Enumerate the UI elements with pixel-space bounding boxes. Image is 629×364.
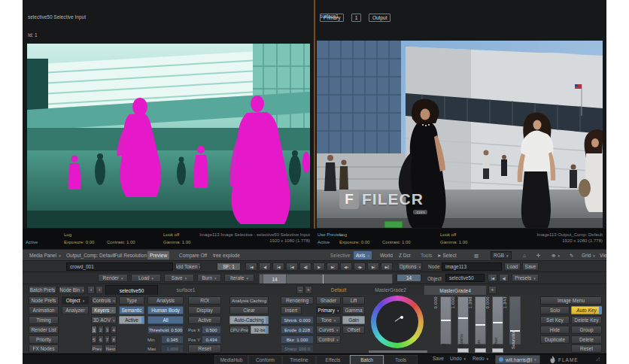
right-look-label[interactable]: Look off xyxy=(440,232,456,237)
grade-tab-mastergrade2[interactable]: MasterGrade2 xyxy=(361,285,420,294)
max-field[interactable]: 1.000 xyxy=(161,344,184,353)
insert-button[interactable]: Insert xyxy=(281,306,302,314)
tab-conform[interactable]: Conform xyxy=(248,355,282,364)
step-back-button[interactable]: |◀ xyxy=(286,262,298,271)
primary-dropdown[interactable]: Primary xyxy=(316,306,341,314)
group-button[interactable]: Group xyxy=(571,326,602,334)
priority-button[interactable]: Priority xyxy=(29,335,59,344)
human-body-button[interactable]: Human Body xyxy=(147,306,184,314)
page-4-button[interactable]: 4 xyxy=(111,326,117,334)
page-3-button[interactable]: 3 xyxy=(105,326,111,334)
auto-key-toggle[interactable]: Auto Key xyxy=(571,306,602,314)
undo-dropdown[interactable]: Undo xyxy=(450,356,466,361)
gain-button[interactable]: Gain xyxy=(342,316,365,324)
tab-timeline[interactable]: Timeline xyxy=(282,355,316,364)
burn-dropdown[interactable]: Burn xyxy=(197,274,221,282)
control-dropdown[interactable]: Control xyxy=(316,335,341,344)
blur-field[interactable]: Blur 1.000 xyxy=(281,335,314,344)
aov-dropdown[interactable]: 3D AOV xyxy=(91,316,117,324)
curves-dropdown[interactable]: Curves xyxy=(316,326,341,334)
solo-button[interactable]: Solo xyxy=(540,306,570,314)
batch-prefs-button[interactable]: Batch Prefs xyxy=(29,286,56,294)
gain-slider-track[interactable] xyxy=(475,296,486,344)
resize-corner-icon[interactable]: ◿ xyxy=(596,356,600,362)
saturation-slider[interactable]: 1.343 Saturation xyxy=(504,295,521,352)
left-log-label[interactable]: Log xyxy=(64,232,71,237)
roi-header[interactable]: ROI xyxy=(188,296,221,305)
grade-tab-mastergrade4[interactable]: MasterGrade4 xyxy=(424,285,487,296)
grade-tab-add-button[interactable]: + xyxy=(488,286,497,294)
tab-batch[interactable]: Batch xyxy=(350,355,384,364)
tree-explode-button[interactable]: tree explode xyxy=(211,251,242,259)
object-name-field[interactable]: selective50 xyxy=(445,274,485,282)
roi-reset-button[interactable]: Reset xyxy=(188,344,221,353)
split-view-icon[interactable]: ▥ xyxy=(472,251,481,259)
home-icon[interactable]: ⌂ xyxy=(521,251,528,259)
bit-depth-toggle[interactable]: 32-bit xyxy=(251,326,269,334)
node-name-field[interactable]: image113 xyxy=(442,262,502,271)
grid-dropdown[interactable]: Grid xyxy=(579,251,597,259)
save-setup-dropdown[interactable]: Save xyxy=(164,274,194,282)
tab-effects[interactable]: Effects xyxy=(316,355,350,364)
output-comp-label[interactable]: Output_Comp: Default xyxy=(64,251,117,259)
start-frame-field[interactable]: SF: 1 xyxy=(217,262,241,271)
options-dropdown[interactable]: Options xyxy=(398,262,422,271)
left-contrast-value[interactable]: Contrast: 1.00 xyxy=(107,240,135,244)
select-tool-button[interactable]: ➤ Select xyxy=(435,251,459,259)
delete-button[interactable]: Delete xyxy=(571,335,602,344)
prev-key-button[interactable]: ◀| xyxy=(259,262,271,271)
fx-nodes-button[interactable]: FX Nodes xyxy=(29,344,59,353)
page-next-button[interactable]: Next xyxy=(105,344,117,353)
save-button[interactable]: Save xyxy=(522,262,539,271)
type-button[interactable]: Type xyxy=(119,296,144,305)
output-button[interactable]: Output xyxy=(369,14,391,22)
erode-field[interactable]: Erode 0.228 xyxy=(281,326,314,334)
right-exposure-value[interactable]: Exposure: 0.00 xyxy=(339,240,369,244)
fit-view-icon[interactable]: ✛ xyxy=(534,251,542,259)
play-button[interactable]: ▶ xyxy=(313,262,325,271)
left-look-label[interactable]: Look off xyxy=(163,232,179,237)
roi-display-button[interactable]: Display xyxy=(188,306,221,314)
node-prefs-button[interactable]: Node Prefs xyxy=(29,296,59,305)
sharp-field[interactable]: Sharp 100.0 xyxy=(281,344,314,353)
render-list-button[interactable]: Render List xyxy=(29,326,59,334)
grade-tab-default[interactable]: Default xyxy=(322,285,355,294)
load-button[interactable]: Load xyxy=(504,262,521,271)
load-setup-dropdown[interactable]: Load xyxy=(131,274,161,282)
analysis-header[interactable]: Analysis xyxy=(147,296,184,305)
right-log-label[interactable]: Log xyxy=(339,232,347,237)
timing-button[interactable]: Timing xyxy=(29,316,59,324)
semantic-button[interactable]: Semantic xyxy=(119,306,144,314)
step-forward-button[interactable]: ▶| xyxy=(327,262,339,271)
threshold-field[interactable]: Threshold 0.500 xyxy=(147,326,184,334)
prev-edit-button[interactable]: ◀+ xyxy=(340,262,352,271)
image-menu-button[interactable]: Image Menu xyxy=(540,296,602,305)
channel-dropdown[interactable]: RGB xyxy=(491,251,512,259)
layer-1-button[interactable]: 1 xyxy=(351,14,362,22)
media-panel-menu[interactable]: Media Panel xyxy=(27,251,63,259)
wheel-scrollbar[interactable] xyxy=(369,350,427,353)
right-gamma-value[interactable]: Gamma: 1.00 xyxy=(440,240,467,244)
presets-dropdown[interactable]: Presets xyxy=(512,274,539,282)
page-2-button[interactable]: 2 xyxy=(98,326,104,334)
page-7-button[interactable]: 7 xyxy=(105,335,111,344)
timebar[interactable]: 14 xyxy=(259,274,393,284)
offset-slider[interactable]: 0.000 Offset xyxy=(487,295,503,352)
right-active-indicator[interactable]: Active xyxy=(318,240,330,244)
next-edit-button[interactable]: +▶ xyxy=(354,262,366,271)
roi-active-button[interactable]: Active xyxy=(188,316,221,324)
min-field[interactable]: 0.345 xyxy=(161,335,184,344)
page-6-button[interactable]: 6 xyxy=(98,335,104,344)
right-contrast-value[interactable]: Contrast: 1.00 xyxy=(382,240,411,244)
clear-cache-button[interactable]: Clear xyxy=(229,306,269,314)
shader-button[interactable]: Shader xyxy=(316,296,341,305)
axis-dropdown[interactable]: Axis xyxy=(354,251,372,259)
globe-dropdown-icon[interactable]: ⊕ xyxy=(549,251,562,259)
redo-dropdown[interactable]: Redo xyxy=(473,356,488,361)
tone-dropdown[interactable]: Tone xyxy=(316,316,341,324)
color-wheel[interactable] xyxy=(367,296,429,348)
reset-button[interactable]: Reset xyxy=(571,344,602,353)
hide-button[interactable]: Hide xyxy=(540,326,570,334)
z-dcr-button[interactable]: Z Dcr xyxy=(397,251,413,259)
posy-field[interactable]: 0.434 xyxy=(202,335,221,344)
